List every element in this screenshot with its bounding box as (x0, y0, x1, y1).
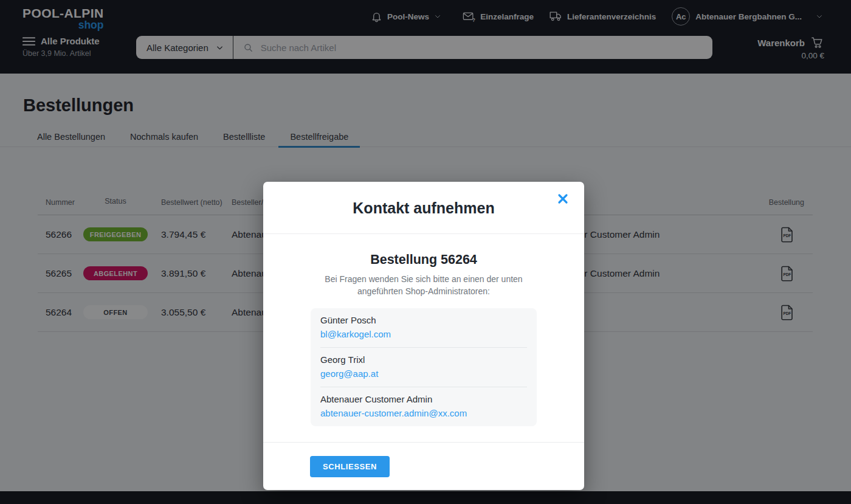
contact-item: Abtenauer Customer Admin abtenauer-custo… (320, 387, 527, 426)
contact-item: Georg Trixl georg@aap.at (320, 347, 527, 387)
contact-email-link[interactable]: abtenauer-customer.admin@xx.com (320, 407, 527, 419)
modal-order-heading: Bestellung 56264 (263, 252, 584, 268)
modal-footer: SCHLIESSEN (263, 442, 584, 490)
contact-email-link[interactable]: bl@karkogel.com (320, 328, 527, 340)
contact-item: Günter Posch bl@karkogel.com (320, 308, 527, 347)
modal-title: Kontakt aufnehmen (263, 182, 584, 234)
modal-description: Bei Fragen wenden Sie sich bitte an eine… (302, 274, 545, 297)
close-button[interactable]: SCHLIESSEN (310, 456, 390, 477)
contact-name: Abtenauer Customer Admin (320, 393, 527, 405)
contact-name: Georg Trixl (320, 354, 527, 365)
contact-name: Günter Posch (320, 314, 527, 326)
contact-list: Günter Posch bl@karkogel.com Georg Trixl… (311, 308, 537, 426)
contact-modal: Kontakt aufnehmen Bestellung 56264 Bei F… (263, 182, 584, 490)
modal-header: Kontakt aufnehmen (263, 182, 584, 234)
contact-email-link[interactable]: georg@aap.at (320, 368, 527, 379)
close-icon[interactable] (557, 193, 569, 205)
app-screen: POOL-ALPIN shop Pool-News ? Einzelanfrag… (0, 0, 851, 504)
